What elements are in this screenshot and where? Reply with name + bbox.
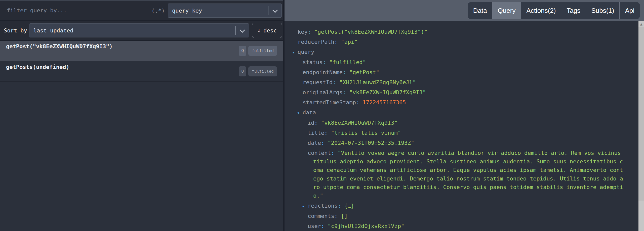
tree-row-comments: comments: [] <box>285 212 625 220</box>
tree-row-reactions[interactable]: ▸reactions: {…} <box>285 202 625 210</box>
tree-key: data <box>303 109 316 116</box>
colon: : <box>356 99 363 106</box>
status-badge: fulfilled <box>248 66 277 76</box>
chevron-down-icon <box>240 27 245 33</box>
sort-select[interactable]: last updated <box>29 23 249 37</box>
regex-toggle[interactable]: (.*) <box>151 8 165 14</box>
collapse-icon[interactable]: ▾ <box>297 109 303 117</box>
tree-key: endpointName <box>303 69 343 75</box>
colon: : <box>334 39 341 45</box>
colon: : <box>331 150 338 156</box>
query-list: getPost("vk8EeZXWHIQuWD7fXq9I3")Qfulfill… <box>0 41 283 82</box>
badges: Qfulfilled <box>239 61 277 81</box>
filter-bar: (.*) query key <box>0 0 283 21</box>
tree-row-requestId: requestId: "XH2lJlauwdZBgqBNy6eJl" <box>285 78 625 87</box>
tree-key: reducerPath <box>298 39 334 45</box>
tab-query[interactable]: Query <box>493 2 521 19</box>
tree-key: requestId <box>303 79 333 85</box>
badges: Qfulfilled <box>239 41 277 61</box>
tree-key: comments <box>308 213 334 219</box>
tree-key: title <box>308 130 324 136</box>
query-type-badge: Q <box>239 66 246 76</box>
tree-row-id: id: "vk8EeZXWHIQuWD7fXq9I3" <box>285 119 625 127</box>
tree-value: 1722457167365 <box>363 99 406 106</box>
query-key-label: getPost("vk8EeZXWHIQuWD7fXq9I3") <box>6 41 239 61</box>
colon: : <box>321 223 328 229</box>
tab-actions2[interactable]: Actions(2) <box>521 2 561 19</box>
detail-header: DataQueryActions(2)TagsSubs(1)Api <box>285 0 644 21</box>
tree-row-originalArgs: originalArgs: "vk8EeZXWHIQuWD7fXq9I3" <box>285 88 625 97</box>
expand-icon[interactable]: ▸ <box>302 202 308 210</box>
tree-value: "vk8EeZXWHIQuWD7fXq9I3" <box>349 89 426 96</box>
tree-value: "2024-07-31T09:52:35.193Z" <box>328 140 414 146</box>
tree-value: "api" <box>341 39 357 45</box>
tree-value: "tristis talis vinum" <box>331 130 401 136</box>
tree-row-key: key: "getPost("vk8EeZXWHIQuWD7fXq9I3")" <box>285 28 625 36</box>
colon: : <box>321 140 328 146</box>
filter-query-input[interactable] <box>4 7 150 14</box>
json-tree: key: "getPost("vk8EeZXWHIQuWD7fXq9I3")"r… <box>285 21 638 231</box>
tree-value: {…} <box>344 203 354 209</box>
tree-key: originalArgs <box>303 89 343 96</box>
tab-tags[interactable]: Tags <box>561 2 586 19</box>
colon: : <box>334 213 341 219</box>
tree-key: query <box>298 49 314 55</box>
sort-order-label: desc <box>263 27 277 34</box>
tree-value: "fulfilled" <box>329 59 366 65</box>
tab-api[interactable]: Api <box>620 2 640 19</box>
filter-field-select[interactable]: query key <box>168 4 282 18</box>
tree-row-data[interactable]: ▾data <box>285 108 625 117</box>
tree-key: id <box>308 120 314 126</box>
status-badge: fulfilled <box>248 46 277 56</box>
tree-value: "c9jhvUlI2dOjxvRxxlVzp" <box>328 223 404 229</box>
tree-row-user: user: "c9jhvUlI2dOjxvRxxlVzp" <box>285 222 625 230</box>
tree-key: date <box>308 140 321 146</box>
tree-value: [] <box>341 213 348 219</box>
sort-by-label: Sort by <box>4 27 27 34</box>
select-divider <box>268 6 268 15</box>
tree-value: "Ventito voveo aegre curto avaritia blan… <box>313 150 623 199</box>
tab-data[interactable]: Data <box>468 2 493 19</box>
tree-value: "XH2lJlauwdZBgqBNy6eJl" <box>339 79 416 85</box>
tab-group: DataQueryActions(2)TagsSubs(1)Api <box>468 2 640 19</box>
colon: : <box>324 130 331 136</box>
scrollbar-thumb[interactable] <box>638 27 644 201</box>
colon: : <box>343 89 349 96</box>
chevron-down-icon <box>272 8 278 13</box>
tree-row-content: content: "Ventito voveo aegre curto avar… <box>285 149 625 200</box>
query-detail-panel: DataQueryActions(2)TagsSubs(1)Api key: "… <box>285 0 644 231</box>
colon: : <box>343 69 349 75</box>
tree-row-date: date: "2024-07-31T09:52:35.193Z" <box>285 139 625 147</box>
query-type-badge: Q <box>239 46 246 56</box>
tree-key: startedTimeStamp <box>303 99 356 106</box>
query-key-label: getPosts(undefined) <box>6 61 239 81</box>
tree-key: reactions <box>308 203 338 209</box>
select-divider <box>235 26 236 35</box>
query-list-item[interactable]: getPost("vk8EeZXWHIQuWD7fXq9I3")Qfulfill… <box>0 41 283 61</box>
tree-key: status <box>303 59 323 65</box>
scrollbar[interactable]: ▲ <box>638 21 644 231</box>
tree-key: user <box>308 223 321 229</box>
sort-select-value: last updated <box>33 27 73 34</box>
colon: : <box>333 79 339 85</box>
tree-key: key <box>298 29 308 35</box>
tree-key: content <box>308 150 331 156</box>
tree-row-title: title: "tristis talis vinum" <box>285 129 625 137</box>
query-list-panel: (.*) query key Sort by last updated ↓ de… <box>0 0 285 231</box>
tree-value: "getPost" <box>349 69 379 75</box>
rtk-query-devtools: (.*) query key Sort by last updated ↓ de… <box>0 0 644 231</box>
sort-bar: Sort by last updated ↓ desc <box>0 21 283 41</box>
tree-row-startedTimeStamp: startedTimeStamp: 1722457167365 <box>285 98 625 107</box>
tree-row-status: status: "fulfilled" <box>285 58 625 67</box>
tree-value: "getPost("vk8EeZXWHIQuWD7fXq9I3")" <box>314 29 427 35</box>
tree-row-reducerPath: reducerPath: "api" <box>285 38 625 46</box>
collapse-icon[interactable]: ▾ <box>292 48 298 57</box>
query-list-item[interactable]: getPosts(undefined)Qfulfilled <box>0 61 283 82</box>
tab-subs1[interactable]: Subs(1) <box>586 2 620 19</box>
sort-order-button[interactable]: ↓ desc <box>252 23 282 38</box>
tree-row-query[interactable]: ▾query <box>285 48 625 57</box>
filter-field-select-value: query key <box>172 8 202 14</box>
colon: : <box>308 29 314 35</box>
scrollbar-up-icon[interactable]: ▲ <box>638 21 644 27</box>
colon: : <box>323 59 329 65</box>
